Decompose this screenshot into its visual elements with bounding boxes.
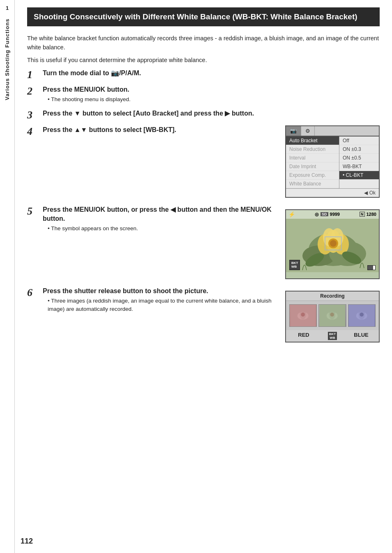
step-3-number: 3	[27, 109, 43, 120]
menu-tab-camera: 📷	[286, 126, 301, 136]
lcd-icons-left: ⚡	[288, 211, 295, 217]
step-2-title: Press the MENU/OK button.	[43, 85, 380, 94]
step-1-number: 1	[27, 69, 43, 80]
page-title: Shooting Consecutively with Different Wh…	[27, 7, 380, 26]
menu-opt-wbbkt: WB-BKT	[339, 162, 379, 171]
step-5-title: Press the MENU/OK button, or press the ◀…	[43, 205, 277, 224]
menu-item-auto-bracket: Auto Bracket	[286, 137, 339, 145]
step-6: 6 Press the shutter release button to sh…	[27, 287, 277, 314]
focus-icon: ◎	[315, 212, 319, 217]
rec-label-red: RED	[289, 332, 318, 340]
step-6-number: 6	[27, 287, 43, 298]
menu-opt-on05: ON ±0.5	[339, 154, 379, 162]
step-5-left: 5 Press the MENU/OK button, or press the…	[27, 205, 277, 238]
lcd-icons-center: ◎ SD 9999	[315, 211, 340, 217]
svg-point-25	[360, 312, 364, 317]
menu-item-wb: White Balance	[286, 180, 339, 188]
lcd-screenshot-container: ⚡ ◎ SD 9999 N 1280	[285, 205, 380, 279]
rec-image-blue	[348, 304, 376, 327]
menu-opt-on03: ON ±0.3	[339, 145, 379, 154]
flash-icon: ⚡	[288, 211, 295, 217]
recording-container: Recording	[285, 287, 380, 342]
step-6-content: Press the shutter release button to shoo…	[43, 287, 277, 314]
lcd-body: BKT WB	[286, 219, 379, 272]
rec-image-red	[289, 304, 317, 327]
svg-point-10	[330, 240, 337, 247]
sidebar-label: Various Shooting Functions	[4, 19, 10, 100]
menu-item-noise: Noise Reduction	[286, 145, 339, 154]
lcd-header: ⚡ ◎ SD 9999 N 1280	[286, 210, 379, 219]
step-6-row: 6 Press the shutter release button to sh…	[27, 287, 380, 342]
step-2: 2 Press the MENU/OK button. The shooting…	[27, 85, 380, 104]
lcd-icons-right: N 1280	[360, 211, 376, 217]
step-3-title: Press the ▼ button to select [Auto Brack…	[43, 109, 380, 118]
intro-para-1: The white balance bracket function autom…	[27, 34, 380, 52]
step-2-number: 2	[27, 85, 43, 97]
menu-screenshot: 📷 ⚙ Auto Bracket Noise Reduction Interva…	[285, 125, 380, 198]
sidebar: 1 Various Shooting Functions	[0, 0, 15, 553]
step-1-content: Turn the mode dial to 📷/P/A/M.	[43, 69, 380, 78]
rec-label-blue: BLUE	[347, 332, 376, 340]
step-2-content: Press the MENU/OK button. The shooting m…	[43, 85, 380, 104]
step-3-content: Press the ▼ button to select [Auto Brack…	[43, 109, 380, 118]
bkt-badge: BKTWB	[328, 332, 337, 340]
page-number: 112	[21, 537, 33, 546]
step-5-number: 5	[27, 205, 43, 217]
rec-image-center	[318, 304, 346, 327]
step-3: 3 Press the ▼ button to select [Auto Bra…	[27, 109, 380, 120]
rec-label-bkt: BKTWB	[318, 332, 347, 340]
step-4-title: Press the ▲▼ buttons to select [WB-BKT].	[43, 125, 277, 134]
bkt-wb-badge: BKT WB	[289, 260, 300, 270]
step-4-content: Press the ▲▼ buttons to select [WB-BKT].	[43, 125, 277, 134]
step-4: 4 Press the ▲▼ buttons to select [WB-BKT…	[27, 125, 277, 137]
step-5: 5 Press the MENU/OK button, or press the…	[27, 205, 277, 233]
intro-para-2: This is useful if you cannot determine t…	[27, 56, 380, 65]
step-1-title: Turn the mode dial to 📷/P/A/M.	[43, 69, 380, 78]
steps-container: 1 Turn the mode dial to 📷/P/A/M. 2 Press…	[27, 69, 380, 342]
step-4-row: 4 Press the ▲▼ buttons to select [WB-BKT…	[27, 125, 380, 198]
menu-items-container: Auto Bracket Noise Reduction Interval Da…	[286, 137, 379, 188]
recording-labels: RED BKTWB BLUE	[286, 330, 379, 342]
recording-images	[286, 301, 379, 330]
step-6-left: 6 Press the shutter release button to sh…	[27, 287, 277, 319]
recording-header: Recording	[286, 292, 379, 301]
menu-left-col: Auto Bracket Noise Reduction Interval Da…	[286, 137, 339, 188]
sd-count: 9999	[330, 212, 340, 217]
step-6-sub: Three images (a reddish image, an image …	[48, 297, 277, 314]
recording-screenshot: Recording	[285, 291, 380, 342]
n-count: 1280	[367, 212, 376, 217]
step-4-left: 4 Press the ▲▼ buttons to select [WB-BKT…	[27, 125, 277, 142]
camera-lcd: ⚡ ◎ SD 9999 N 1280	[285, 209, 380, 279]
menu-tab-settings: ⚙	[301, 126, 315, 136]
sidebar-number: 1	[6, 5, 9, 11]
step-5-row: 5 Press the MENU/OK button, or press the…	[27, 205, 380, 279]
menu-tabs: 📷 ⚙	[286, 126, 379, 137]
menu-opt-clbkt: • CL-BKT	[339, 171, 379, 180]
sd-label: SD	[321, 212, 328, 216]
n-label: N	[360, 212, 365, 217]
menu-screenshot-container: 📷 ⚙ Auto Bracket Noise Reduction Interva…	[285, 125, 380, 198]
step-4-number: 4	[27, 125, 43, 137]
menu-item-interval: Interval	[286, 154, 339, 162]
menu-item-exposure: Exposure Comp.	[286, 171, 339, 180]
menu-right-col: Off ON ±0.3 ON ±0.5 WB-BKT • CL-BKT	[339, 137, 379, 188]
menu-item-date: Date Imprint	[286, 162, 339, 171]
main-content: Shooting Consecutively with Different Wh…	[15, 0, 392, 362]
step-5-sub: The symbol appears on the screen.	[48, 224, 277, 233]
menu-opt-off: Off	[339, 137, 379, 145]
menu-footer: ◀ Ok	[286, 188, 379, 197]
flower-area: BKT WB	[286, 219, 379, 272]
step-5-content: Press the MENU/OK button, or press the ◀…	[43, 205, 277, 233]
svg-point-17	[301, 312, 305, 317]
battery-icon	[367, 265, 376, 270]
step-1: 1 Turn the mode dial to 📷/P/A/M.	[27, 69, 380, 80]
step-2-sub: The shooting menu is displayed.	[48, 95, 380, 104]
step-6-title: Press the shutter release button to shoo…	[43, 287, 277, 296]
svg-point-21	[330, 312, 334, 317]
